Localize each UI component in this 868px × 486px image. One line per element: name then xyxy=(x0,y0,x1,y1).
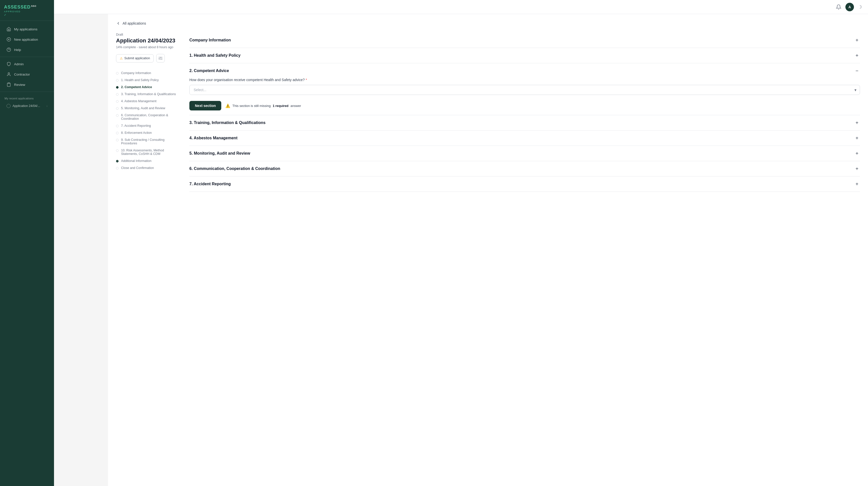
section-competent-advice: 2. Competent Advice − How does your orga… xyxy=(189,63,860,115)
section-title: Company Information xyxy=(189,38,231,42)
section-company-info: Company Information + xyxy=(189,33,860,48)
warning-triangle-icon: ⚠ xyxy=(120,57,123,60)
sliders-icon xyxy=(158,56,162,60)
section-toggle-icon[interactable]: + xyxy=(854,120,860,126)
section-toggle-icon[interactable]: + xyxy=(854,135,860,141)
section-toggle-icon[interactable]: + xyxy=(854,53,860,59)
warning-pre-text: This section is still missing xyxy=(232,104,271,108)
nav-item-subcontracting[interactable]: 9. Sub Contracting / Consulting Procedur… xyxy=(116,136,181,147)
svg-rect-6 xyxy=(8,83,9,84)
back-link[interactable]: All applications xyxy=(116,21,860,26)
app-status: Draft xyxy=(116,33,181,36)
shield-icon xyxy=(6,62,11,66)
nav-dot xyxy=(116,139,119,141)
avatar[interactable]: A xyxy=(845,3,854,11)
section-accident: 7. Accident Reporting + xyxy=(189,176,860,192)
section-header-asbestos[interactable]: 4. Asbestos Management + xyxy=(189,135,860,141)
sidebar-item-contractor[interactable]: Contractor xyxy=(2,69,52,79)
competent-advice-select[interactable]: Select... xyxy=(189,85,860,95)
nav-item-accident[interactable]: 7. Accident Reporting xyxy=(116,122,181,129)
section-title: 5. Monitoring, Audit and Review xyxy=(189,151,250,156)
dark-mode-toggle[interactable]: ☽ xyxy=(858,4,862,10)
nav-dot xyxy=(116,132,119,134)
plus-circle-icon xyxy=(6,37,11,42)
nav-item-label: 2. Competent Advice xyxy=(121,85,152,89)
sidebar-item-label: Help xyxy=(14,48,21,52)
section-title: 6. Communication, Cooperation & Coordina… xyxy=(189,166,280,171)
logo-badge: SSC xyxy=(31,5,37,7)
section-header-accident[interactable]: 7. Accident Reporting + xyxy=(189,181,860,187)
section-toggle-icon[interactable]: + xyxy=(854,181,860,187)
section-header-health-safety[interactable]: 1. Health and Safety Policy + xyxy=(189,53,860,59)
nav-item-label: 9. Sub Contracting / Consulting Procedur… xyxy=(121,138,181,145)
nav-item-close[interactable]: Close and Confirmation xyxy=(116,164,181,171)
section-header-competent-advice[interactable]: 2. Competent Advice − xyxy=(189,68,860,74)
question-text: How does your organisation receive compe… xyxy=(189,78,305,82)
nav-dot xyxy=(116,100,119,103)
section-communication: 6. Communication, Cooperation & Coordina… xyxy=(189,161,860,176)
logo-check: ✓ xyxy=(4,13,50,17)
nav-item-label: 3. Training, Information & Qualification… xyxy=(121,92,176,96)
nav-item-additional[interactable]: ✓ Additional Information xyxy=(116,157,181,164)
section-monitoring: 5. Monitoring, Audit and Review + xyxy=(189,146,860,161)
sidebar: ASSESSEDSSC APPROVED ✓ My applications N… xyxy=(0,0,54,486)
sidebar-item-label: My applications xyxy=(14,27,37,31)
nav-dot-active xyxy=(116,86,119,89)
nav-item-risk[interactable]: 10. Risk Assessments, Method Statements,… xyxy=(116,147,181,157)
nav-item-label: Company Information xyxy=(121,71,151,75)
sidebar-item-admin[interactable]: Admin xyxy=(2,59,52,69)
user-icon xyxy=(6,72,11,76)
sidebar-nav: My applications New application Help Adm… xyxy=(0,21,54,114)
nav-dot-complete: ✓ xyxy=(116,160,119,162)
sidebar-item-label: Review xyxy=(14,83,25,87)
section-toggle-icon[interactable]: − xyxy=(854,68,860,74)
section-header-communication[interactable]: 6. Communication, Cooperation & Coordina… xyxy=(189,166,860,172)
logo-text: ASSESSEDSSC xyxy=(4,4,50,10)
nav-item-label: 10. Risk Assessments, Method Statements,… xyxy=(121,149,181,156)
select-wrapper: Select... ▾ xyxy=(189,85,860,95)
left-panel: Draft Application 24/04/2023 14% complet… xyxy=(116,33,181,192)
sidebar-item-label: Admin xyxy=(14,62,24,66)
nav-item-monitoring[interactable]: 5. Monitoring, Audit and Review xyxy=(116,105,181,112)
sidebar-item-my-applications[interactable]: My applications xyxy=(2,24,52,34)
submit-label: Submit application xyxy=(124,57,150,60)
sidebar-item-label: New application xyxy=(14,38,38,41)
submit-application-button[interactable]: ⚠ Submit application xyxy=(116,54,154,63)
nav-dot xyxy=(116,167,119,169)
notification-bell-icon[interactable] xyxy=(836,4,841,10)
section-toggle-icon[interactable]: + xyxy=(854,150,860,156)
section-title: 7. Accident Reporting xyxy=(189,182,231,186)
section-expanded-content: How does your organisation receive compe… xyxy=(189,74,860,110)
nav-item-company-info[interactable]: Company Information xyxy=(116,69,181,76)
section-toggle-icon[interactable]: + xyxy=(854,166,860,172)
nav-item-competent-advice[interactable]: 2. Competent Advice xyxy=(116,84,181,91)
nav-item-label: 1. Health and Safety Policy xyxy=(121,78,159,82)
nav-item-communication[interactable]: 6. Communication, Cooperation & Coordina… xyxy=(116,112,181,122)
nav-item-health-safety[interactable]: 1. Health and Safety Policy xyxy=(116,76,181,84)
nav-item-label: 7. Accident Reporting xyxy=(121,124,151,128)
help-icon xyxy=(6,47,11,52)
settings-button[interactable] xyxy=(156,54,165,63)
sidebar-recent-item[interactable]: Application 24/04/... › xyxy=(2,102,52,110)
arrow-left-icon xyxy=(116,21,121,26)
sidebar-item-help[interactable]: Help xyxy=(2,45,52,55)
nav-dot xyxy=(116,149,119,152)
section-header-monitoring[interactable]: 5. Monitoring, Audit and Review + xyxy=(189,150,860,156)
sidebar-item-new-application[interactable]: New application xyxy=(2,34,52,44)
back-link-label: All applications xyxy=(123,21,146,25)
app-title: Application 24/04/2023 xyxy=(116,37,181,44)
nav-item-label: 8. Enforcement Action xyxy=(121,131,152,135)
section-header-training[interactable]: 3. Training, Information & Qualification… xyxy=(189,120,860,126)
nav-dot xyxy=(116,107,119,110)
section-toggle-icon[interactable]: + xyxy=(854,37,860,43)
nav-dot xyxy=(116,114,119,117)
recent-item-icon xyxy=(6,104,10,108)
nav-item-training[interactable]: 3. Training, Information & Qualification… xyxy=(116,91,181,98)
nav-item-asbestos[interactable]: 4. Asbestos Management xyxy=(116,98,181,105)
next-section-button[interactable]: Next section xyxy=(189,101,221,110)
section-header-company-info[interactable]: Company Information + xyxy=(189,37,860,43)
chevron-right-icon: › xyxy=(46,104,48,107)
nav-item-enforcement[interactable]: 8. Enforcement Action xyxy=(116,129,181,136)
app-actions: ⚠ Submit application xyxy=(116,54,181,63)
sidebar-item-review[interactable]: Review xyxy=(2,79,52,90)
